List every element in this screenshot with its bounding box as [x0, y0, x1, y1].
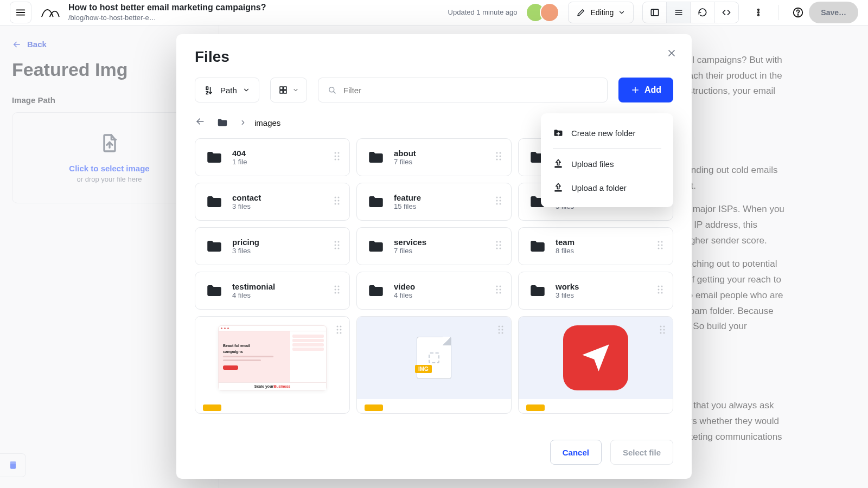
drag-handle-icon[interactable] [333, 240, 341, 253]
svg-point-66 [338, 241, 340, 243]
file-tile[interactable]: IMG [356, 316, 512, 414]
file-tile[interactable] [518, 316, 673, 414]
drag-handle-icon[interactable] [495, 151, 502, 164]
file-type-badge [365, 404, 383, 411]
folder-card[interactable]: pricing3 files [195, 227, 350, 265]
folder-card[interactable]: about7 files [356, 138, 512, 176]
hamburger-icon [15, 7, 27, 18]
panel-list-button[interactable] [667, 2, 691, 23]
drag-handle-icon[interactable] [333, 151, 341, 164]
svg-point-38 [500, 156, 501, 157]
svg-rect-22 [280, 91, 283, 93]
folder-card[interactable]: team8 files [518, 227, 673, 265]
folder-icon [366, 192, 386, 211]
svg-point-84 [338, 286, 340, 287]
avatar[interactable] [540, 3, 559, 22]
svg-point-56 [500, 200, 501, 202]
drag-handle-icon[interactable] [495, 284, 502, 297]
add-menu: Create new folder Upload files Upload a … [541, 113, 673, 207]
drag-handle-icon[interactable] [335, 324, 343, 337]
svg-point-99 [658, 292, 660, 294]
modal-overlay: Files Path [0, 25, 868, 488]
folder-card[interactable]: video4 files [356, 272, 512, 310]
svg-point-75 [496, 248, 498, 249]
svg-point-88 [338, 292, 340, 294]
svg-point-85 [335, 289, 336, 291]
svg-point-10 [758, 15, 760, 16]
svg-point-57 [496, 203, 498, 205]
layout-select[interactable] [270, 78, 307, 102]
folder-card[interactable]: testimonial4 files [195, 272, 350, 310]
folder-file-count: 7 files [394, 247, 487, 255]
menu-button[interactable] [10, 2, 31, 23]
plus-icon [630, 85, 640, 95]
list-lines-icon [673, 7, 684, 18]
folder-card[interactable]: 4041 file [195, 138, 350, 176]
svg-point-54 [500, 197, 501, 198]
svg-point-100 [661, 292, 663, 294]
code-button[interactable] [714, 2, 738, 23]
svg-point-101 [337, 326, 339, 328]
folder-card[interactable]: services7 files [356, 227, 512, 265]
drag-handle-icon[interactable] [333, 284, 341, 297]
svg-rect-21 [284, 87, 286, 89]
filter-input[interactable] [343, 86, 598, 95]
drag-handle-icon[interactable] [656, 240, 664, 253]
svg-point-103 [337, 329, 339, 331]
save-button[interactable]: Save… [809, 2, 858, 23]
sort-select[interactable]: Path [195, 78, 259, 102]
file-tile[interactable]: Beautiful email campaigns Scale your Bus… [195, 316, 350, 414]
updated-label: Updated 1 minute ago [448, 8, 518, 16]
svg-point-118 [663, 332, 665, 334]
svg-point-89 [496, 286, 498, 287]
dots-vertical-icon [753, 7, 764, 18]
folder-card[interactable]: contact3 files [195, 183, 350, 221]
select-file-button[interactable]: Select file [610, 440, 673, 465]
mode-select[interactable]: Editing [568, 2, 634, 23]
drag-handle-icon[interactable] [497, 324, 505, 337]
breadcrumb-current: images [254, 118, 280, 127]
svg-point-73 [496, 245, 498, 246]
folder-card[interactable]: works3 files [518, 272, 673, 310]
filter-field[interactable] [318, 78, 608, 102]
breadcrumb-back-button[interactable] [195, 116, 206, 129]
menu-upload-files[interactable]: Upload files [541, 152, 673, 176]
help-button[interactable] [787, 2, 809, 23]
folder-file-count: 4 files [394, 291, 487, 299]
svg-point-34 [338, 159, 340, 160]
svg-point-105 [337, 332, 339, 334]
chevron-down-icon [242, 86, 250, 94]
folder-name: contact [232, 193, 326, 202]
document-title: How to host better email marketing campa… [68, 3, 266, 12]
svg-rect-3 [651, 9, 658, 16]
add-button[interactable]: Add [618, 78, 673, 102]
svg-point-71 [496, 241, 498, 243]
more-button[interactable] [748, 2, 769, 23]
menu-create-folder[interactable]: Create new folder [541, 121, 673, 145]
svg-point-72 [500, 241, 501, 243]
app-logo-icon [563, 325, 628, 390]
svg-point-67 [335, 245, 336, 246]
folder-file-count: 3 files [232, 247, 326, 255]
drag-handle-icon[interactable] [495, 195, 502, 208]
refresh-button[interactable] [691, 2, 714, 23]
svg-point-52 [338, 203, 340, 205]
svg-point-107 [499, 326, 500, 328]
folder-file-count: 4 files [232, 291, 326, 299]
drag-handle-icon[interactable] [656, 284, 664, 297]
modal-close-button[interactable] [663, 45, 680, 61]
drag-handle-icon[interactable] [495, 240, 502, 253]
menu-upload-folder[interactable]: Upload a folder [541, 176, 673, 200]
document-meta: How to host better email marketing campa… [68, 3, 266, 22]
svg-point-96 [661, 286, 663, 287]
folder-card[interactable]: feature15 files [356, 183, 512, 221]
panel-left-button[interactable] [643, 2, 667, 23]
app-header: How to host better email marketing campa… [0, 0, 868, 25]
folder-name: feature [394, 193, 487, 202]
cancel-button[interactable]: Cancel [550, 440, 602, 465]
svg-point-40 [500, 159, 501, 160]
breadcrumb-root[interactable] [213, 114, 232, 131]
svg-point-116 [663, 329, 665, 331]
drag-handle-icon[interactable] [333, 195, 341, 208]
drag-handle-icon[interactable] [659, 324, 666, 337]
